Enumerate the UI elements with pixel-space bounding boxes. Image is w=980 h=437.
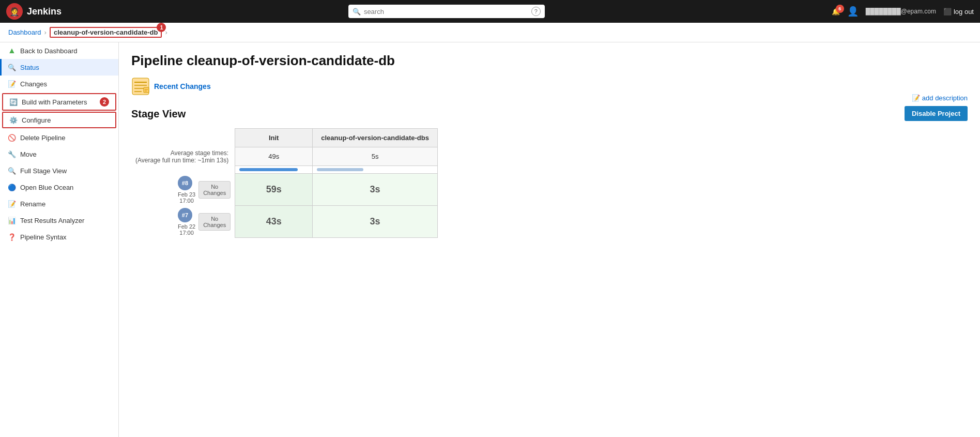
- sidebar-item-label: Full Stage View: [20, 167, 67, 175]
- disable-project-button[interactable]: Disable Project: [905, 106, 968, 121]
- changes-icon: 📝: [8, 80, 16, 88]
- top-actions: 📝 add description Disable Project: [905, 94, 968, 121]
- progress-empty: [131, 166, 235, 174]
- average-times-row: Average stage times: (Average full run t…: [131, 147, 437, 166]
- stage-view-title: Stage View: [131, 108, 968, 120]
- search-box: 🔍 ?: [348, 5, 545, 18]
- jenkins-logo: 🤵 Jenkins: [6, 3, 62, 20]
- progress-bar-row: [131, 166, 437, 174]
- build-8-init[interactable]: 59s: [235, 174, 313, 206]
- stage-table: Init cleanup-of-version-candidate-dbs Av…: [131, 128, 438, 238]
- back-dashboard-icon: ▲: [8, 47, 16, 55]
- progress-bar-cleanup: [313, 166, 438, 174]
- logout-icon: ⬛: [943, 8, 952, 16]
- sidebar-item-label: Changes: [20, 80, 47, 88]
- notification-badge: 6: [836, 5, 844, 13]
- sidebar-item-move[interactable]: 🔧 Move: [0, 146, 118, 162]
- svg-rect-5: [144, 87, 149, 93]
- main-layout: ▲ Back to Dashboard 🔍 Status 📝 Changes 🔄…: [0, 42, 980, 437]
- empty-header: [131, 129, 235, 147]
- sidebar-item-label: Open Blue Ocean: [20, 184, 73, 191]
- user-email: ████████@epam.com: [866, 8, 936, 15]
- build-7-cleanup[interactable]: 3s: [313, 206, 438, 238]
- no-changes-8: NoChanges: [198, 181, 231, 199]
- sidebar-item-open-blue-ocean[interactable]: 🔵 Open Blue Ocean: [0, 179, 118, 195]
- build-time-8: 17:00: [178, 198, 195, 204]
- build-8-cleanup[interactable]: 3s: [313, 174, 438, 206]
- recent-changes-section: Recent Changes: [131, 77, 968, 96]
- build-row-7: #7 Feb 22 17:00 NoChanges 43s 3s: [131, 206, 437, 238]
- sidebar-item-label: Back to Dashboard: [20, 47, 78, 55]
- rename-icon: 📝: [8, 200, 16, 208]
- progress-bar-init: [235, 166, 313, 174]
- build-info-8: #8 Feb 23 17:00 NoChanges: [131, 174, 235, 206]
- sidebar-item-label: Status: [20, 64, 39, 71]
- sidebar-item-build-with-parameters[interactable]: 🔄 Build with Parameters 2: [2, 93, 116, 111]
- move-icon: 🔧: [8, 150, 16, 158]
- sidebar-item-delete-pipeline[interactable]: 🚫 Delete Pipeline: [0, 129, 118, 146]
- test-results-icon: 📊: [8, 216, 16, 224]
- avg-time-cleanup: 5s: [313, 147, 438, 166]
- sidebar-item-status[interactable]: 🔍 Status: [0, 59, 118, 76]
- page-title: Pipeline cleanup-of-version-candidate-db: [131, 53, 968, 69]
- build-params-badge: 2: [100, 97, 109, 107]
- build-badge-8: #8: [178, 176, 192, 190]
- search-wrapper: 🔍 ?: [68, 5, 825, 18]
- logout-button[interactable]: ⬛ log out: [943, 8, 974, 16]
- blue-ocean-icon: 🔵: [8, 183, 16, 191]
- sidebar-item-label: Delete Pipeline: [20, 134, 65, 142]
- main-content: 📝 add description Disable Project Pipeli…: [119, 42, 980, 437]
- recent-changes-icon: [131, 77, 150, 96]
- init-progress: [239, 168, 298, 171]
- jenkins-logo-text: Jenkins: [27, 6, 62, 17]
- build-info-7: #7 Feb 22 17:00 NoChanges: [131, 206, 235, 238]
- breadcrumb-sep: ›: [44, 28, 47, 36]
- sidebar-item-pipeline-syntax[interactable]: ❓ Pipeline Syntax: [0, 229, 118, 245]
- avg-label-cell: Average stage times: (Average full run t…: [131, 147, 235, 166]
- breadcrumb-dashboard[interactable]: Dashboard: [8, 28, 41, 36]
- sidebar-item-configure[interactable]: ⚙️ Configure: [2, 112, 116, 128]
- sidebar-item-changes[interactable]: 📝 Changes: [0, 76, 118, 92]
- sidebar-item-test-results-analyzer[interactable]: 📊 Test Results Analyzer: [0, 212, 118, 229]
- edit-icon: 📝: [912, 94, 920, 102]
- sidebar-item-back-to-dashboard[interactable]: ▲ Back to Dashboard: [0, 42, 118, 59]
- breadcrumb: Dashboard › cleanup-of-version-candidate…: [0, 23, 980, 42]
- build-row-8: #8 Feb 23 17:00 NoChanges 59s 3s: [131, 174, 437, 206]
- avg-time-init: 49s: [235, 147, 313, 166]
- user-icon[interactable]: 👤: [847, 6, 859, 17]
- add-description-link[interactable]: 📝 add description: [912, 94, 968, 102]
- breadcrumb-current: cleanup-of-version-candidate-db 1: [50, 27, 162, 38]
- build-7-init[interactable]: 43s: [235, 206, 313, 238]
- sidebar-item-label: Build with Parameters: [22, 98, 87, 106]
- top-nav: 🤵 Jenkins 🔍 ? 🔔 6 👤 ████████@epam.com ⬛ …: [0, 0, 980, 23]
- jenkins-logo-icon: 🤵: [6, 3, 23, 20]
- sidebar-item-rename[interactable]: 📝 Rename: [0, 195, 118, 212]
- configure-icon: ⚙️: [9, 116, 18, 124]
- build-time-7: 17:00: [178, 230, 195, 236]
- nav-right: 🔔 6 👤 ████████@epam.com ⬛ log out: [832, 6, 974, 17]
- no-changes-7: NoChanges: [198, 213, 231, 231]
- sidebar-item-label: Rename: [20, 200, 45, 208]
- stage-table-wrapper: Init cleanup-of-version-candidate-dbs Av…: [131, 128, 968, 238]
- recent-changes-link[interactable]: Recent Changes: [154, 82, 211, 91]
- search-input[interactable]: [364, 8, 528, 16]
- search-help-icon[interactable]: ?: [531, 7, 541, 16]
- sidebar-item-label: Move: [20, 150, 37, 158]
- stage-header-init: Init: [235, 129, 313, 147]
- delete-icon: 🚫: [8, 133, 16, 142]
- breadcrumb-arrow[interactable]: ›: [165, 28, 167, 36]
- stage-header-cleanup: cleanup-of-version-candidate-dbs: [313, 129, 438, 147]
- full-stage-icon: 🔍: [8, 167, 16, 175]
- sidebar: ▲ Back to Dashboard 🔍 Status 📝 Changes 🔄…: [0, 42, 119, 437]
- build-badge-7: #7: [178, 208, 192, 222]
- status-icon: 🔍: [8, 63, 16, 71]
- build-date-7: Feb 22: [178, 223, 195, 230]
- build-date-8: Feb 23: [178, 191, 195, 198]
- build-params-icon: 🔄: [9, 98, 18, 106]
- sidebar-item-label: Pipeline Syntax: [20, 233, 67, 241]
- pipeline-syntax-icon: ❓: [8, 233, 16, 241]
- search-icon: 🔍: [353, 8, 361, 16]
- sidebar-item-full-stage-view[interactable]: 🔍 Full Stage View: [0, 162, 118, 179]
- notification-bell[interactable]: 🔔 6: [832, 8, 840, 16]
- sidebar-item-label: Test Results Analyzer: [20, 217, 84, 224]
